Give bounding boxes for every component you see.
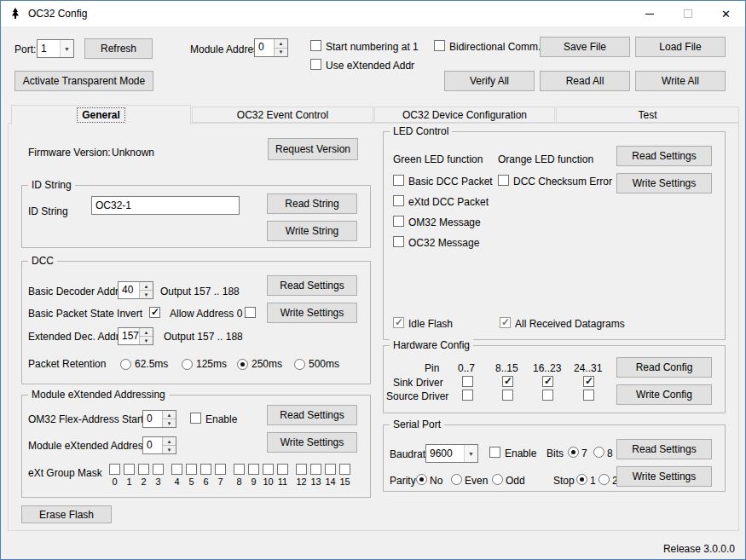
packet-retention-label: Packet Retention xyxy=(28,358,106,370)
retention-500ms-radio[interactable] xyxy=(294,359,305,370)
mask-bit-12-checkbox[interactable] xyxy=(296,464,307,475)
tab-test[interactable]: Test xyxy=(556,107,739,123)
chevron-down-icon[interactable]: ▼ xyxy=(464,445,477,462)
mask-bit-7-checkbox[interactable] xyxy=(215,464,226,475)
retention-62ms-radio[interactable] xyxy=(120,359,131,370)
serial-read-settings-button[interactable]: Read Settings xyxy=(616,439,712,459)
start-numbering-checkbox[interactable] xyxy=(310,40,321,51)
spin-down-icon[interactable]: ▼ xyxy=(140,337,153,344)
module-address-stepper[interactable]: 0 ▲ ▼ xyxy=(254,38,288,57)
mask-bit-0-checkbox[interactable] xyxy=(109,464,120,475)
led-read-settings-button[interactable]: Read Settings xyxy=(616,146,712,166)
mask-bit-8-checkbox[interactable] xyxy=(234,464,245,475)
refresh-button[interactable]: Refresh xyxy=(84,38,153,59)
mask-bit-9-checkbox[interactable] xyxy=(248,464,259,475)
mask-bit-15-checkbox[interactable] xyxy=(339,464,350,475)
spin-down-icon[interactable]: ▼ xyxy=(140,291,153,298)
dcc-read-settings-button[interactable]: Read Settings xyxy=(267,275,357,296)
tab-oc32-event-control[interactable]: OC32 Event Control xyxy=(192,107,373,123)
idle-flash-checkbox[interactable] xyxy=(393,317,404,328)
basic-dcc-packet-checkbox[interactable] xyxy=(393,175,404,186)
mask-bit-1-checkbox[interactable] xyxy=(124,464,135,475)
mask-bit-11-checkbox[interactable] xyxy=(277,464,288,475)
all-received-datagrams-checkbox[interactable] xyxy=(500,317,511,328)
parity-odd-radio[interactable] xyxy=(492,474,503,485)
erase-flash-button[interactable]: Erase Flash xyxy=(21,505,112,523)
write-config-button[interactable]: Write Config xyxy=(616,384,712,405)
flex-address-start-stepper[interactable]: 0 ▲ ▼ xyxy=(142,410,176,428)
spin-down-icon[interactable]: ▼ xyxy=(275,49,287,57)
tab-general[interactable]: General xyxy=(11,105,191,124)
mea-write-settings-button[interactable]: Write Settings xyxy=(267,432,357,453)
packet-state-invert-checkbox[interactable] xyxy=(149,307,160,318)
mask-bit-10-checkbox[interactable] xyxy=(263,464,274,475)
bits-8-radio[interactable] xyxy=(593,447,604,458)
sink-driver-0-7-checkbox[interactable] xyxy=(462,376,473,387)
mask-bit-5-checkbox[interactable] xyxy=(186,464,197,475)
parity-no-radio[interactable] xyxy=(416,474,427,485)
use-extended-addr-checkbox[interactable] xyxy=(310,59,321,70)
id-string-input[interactable] xyxy=(91,196,240,215)
retention-250ms-radio[interactable] xyxy=(237,359,248,370)
mask-bit-13-checkbox[interactable] xyxy=(310,464,321,475)
port-combobox[interactable]: 1 ▼ xyxy=(37,39,74,58)
spin-up-icon[interactable]: ▲ xyxy=(140,282,153,291)
mask-bit-3-checkbox[interactable] xyxy=(153,464,164,475)
tab-oc32-device-configuration[interactable]: OC32 Device Configuration xyxy=(374,107,555,123)
om32-message-checkbox[interactable] xyxy=(393,216,404,227)
sink-driver-16-23-checkbox[interactable] xyxy=(542,376,553,387)
mask-bit-6-checkbox[interactable] xyxy=(200,464,211,475)
mea-read-settings-button[interactable]: Read Settings xyxy=(267,405,357,425)
led-write-settings-button[interactable]: Write Settings xyxy=(616,173,712,193)
dcc-write-settings-button[interactable]: Write Settings xyxy=(267,303,357,323)
sink-driver-8-15-checkbox[interactable] xyxy=(502,376,513,387)
source-driver-8-15-checkbox[interactable] xyxy=(502,390,513,401)
title-bar[interactable]: OC32 Config ✕ xyxy=(1,1,745,26)
mask-bit-14-checkbox[interactable] xyxy=(325,464,336,475)
bits-7-radio[interactable] xyxy=(568,447,579,458)
stop-2-radio[interactable] xyxy=(599,474,610,485)
mask-bit-2-checkbox[interactable] xyxy=(138,464,149,475)
read-all-button[interactable]: Read All xyxy=(540,71,630,91)
source-driver-0-7-checkbox[interactable] xyxy=(462,390,473,401)
mask-bit-4-label: 4 xyxy=(174,476,179,487)
module-extended-address-stepper[interactable]: 0 ▲ ▼ xyxy=(142,436,176,454)
write-string-button[interactable]: Write String xyxy=(267,221,357,241)
baudrate-combobox[interactable]: 9600 ▼ xyxy=(425,444,478,463)
spin-up-icon[interactable]: ▲ xyxy=(140,328,153,337)
write-all-button[interactable]: Write All xyxy=(635,71,726,91)
basic-decoder-addr-stepper[interactable]: 40 ▲ ▼ xyxy=(118,281,153,299)
maximize-button[interactable] xyxy=(668,1,707,26)
activate-transparent-mode-button[interactable]: Activate Transparent Mode xyxy=(14,71,153,91)
minimize-button[interactable] xyxy=(630,1,668,26)
load-file-button[interactable]: Load File xyxy=(635,37,726,57)
serial-write-settings-button[interactable]: Write Settings xyxy=(616,466,712,487)
chevron-down-icon[interactable]: ▼ xyxy=(60,40,73,57)
source-driver-16-23-checkbox[interactable] xyxy=(542,390,553,401)
spin-down-icon[interactable]: ▼ xyxy=(163,419,176,427)
close-button[interactable]: ✕ xyxy=(707,1,745,26)
sink-driver-24-31-checkbox[interactable] xyxy=(583,376,594,387)
spin-up-icon[interactable]: ▲ xyxy=(275,39,287,49)
extended-dec-addr-stepper[interactable]: 157 ▲ ▼ xyxy=(118,327,153,345)
allow-address-0-checkbox[interactable] xyxy=(245,307,256,318)
oc32-message-checkbox[interactable] xyxy=(393,236,404,247)
request-version-button[interactable]: Request Version xyxy=(268,138,358,160)
save-file-button[interactable]: Save File xyxy=(540,37,630,57)
serial-enable-checkbox[interactable] xyxy=(489,447,500,458)
spin-up-icon[interactable]: ▲ xyxy=(163,411,176,419)
spin-down-icon[interactable]: ▼ xyxy=(163,446,176,453)
spin-up-icon[interactable]: ▲ xyxy=(163,437,176,446)
source-driver-24-31-checkbox[interactable] xyxy=(583,390,594,401)
read-config-button[interactable]: Read Config xyxy=(616,357,712,378)
stop-1-radio[interactable] xyxy=(576,474,587,485)
bidirectional-checkbox[interactable] xyxy=(434,40,445,51)
parity-even-radio[interactable] xyxy=(451,474,462,485)
extd-dcc-packet-checkbox[interactable] xyxy=(393,195,404,206)
dcc-checksum-error-checkbox[interactable] xyxy=(498,175,509,186)
mask-bit-4-checkbox[interactable] xyxy=(171,464,182,475)
read-string-button[interactable]: Read String xyxy=(267,193,357,214)
flex-enable-checkbox[interactable] xyxy=(190,413,201,424)
retention-125ms-radio[interactable] xyxy=(182,359,193,370)
verify-all-button[interactable]: Verify All xyxy=(444,71,535,91)
